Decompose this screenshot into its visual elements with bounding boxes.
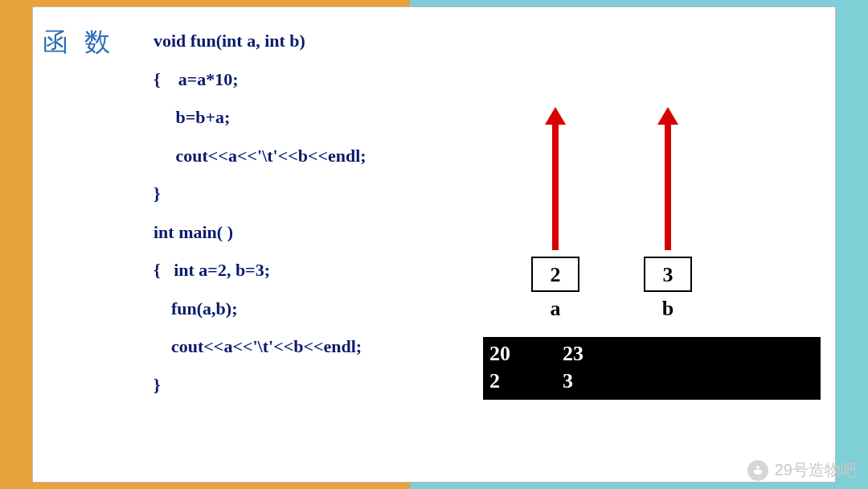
arrow-up-icon <box>552 121 559 250</box>
var-label-b: b <box>644 297 692 321</box>
code-line: } <box>154 183 366 205</box>
code-line: { a=a*10; <box>154 68 366 91</box>
code-line: fun(a,b); <box>154 298 366 320</box>
arrow-up-icon <box>665 121 671 250</box>
code-line: int main( ) <box>154 221 366 244</box>
watermark: 29号造物吧 <box>747 459 857 481</box>
code-line: b=b+a; <box>154 106 366 129</box>
value-box-b: 3 <box>644 257 692 292</box>
code-line: cout<<a<<'\t'<<b<<endl; <box>154 145 366 167</box>
slide: 函 数 void fun(int a, int b) { a=a*10; b=b… <box>0 0 868 489</box>
code-line: } <box>154 374 366 397</box>
var-label-a: a <box>531 297 579 321</box>
code-block: void fun(int a, int b) { a=a*10; b=b+a; … <box>154 30 366 412</box>
code-line: { int a=2, b=3; <box>154 259 366 281</box>
console-output: 20 23 2 3 <box>483 337 821 400</box>
memory-diagram: 2 3 a b 20 23 2 3 <box>483 104 837 466</box>
code-line: cout<<a<<'\t'<<b<<endl; <box>154 335 366 358</box>
watermark-text: 29号造物吧 <box>775 459 857 481</box>
slide-title: 函 数 <box>43 25 115 60</box>
content-card: 函 数 void fun(int a, int b) { a=a*10; b=b… <box>32 6 836 483</box>
console-line: 20 23 <box>489 342 583 365</box>
value-box-a: 2 <box>531 257 579 292</box>
console-line: 2 3 <box>489 369 573 392</box>
wechat-icon <box>747 460 768 481</box>
code-line: void fun(int a, int b) <box>154 30 366 52</box>
